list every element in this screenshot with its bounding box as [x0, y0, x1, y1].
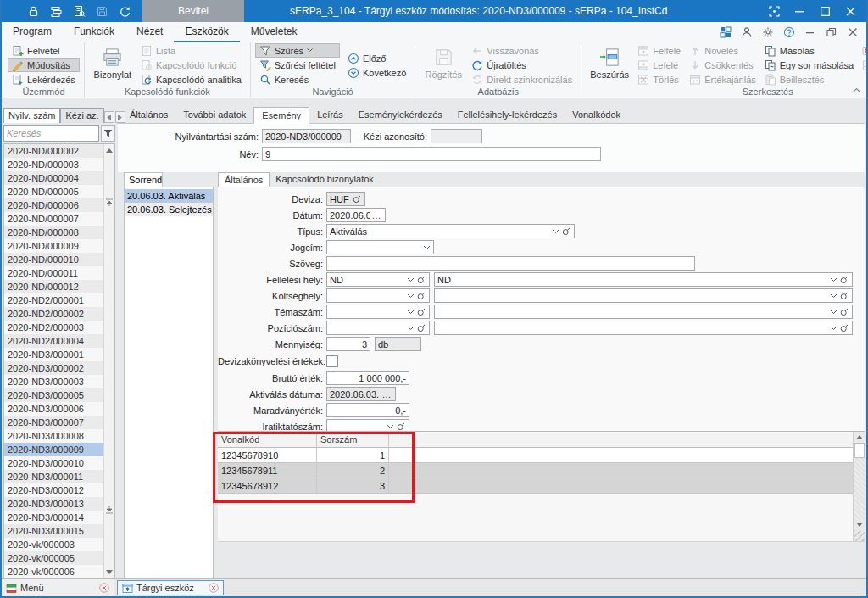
kovetkezo-button[interactable]: Következő: [343, 65, 410, 80]
koltseghely-code-combo[interactable]: [326, 288, 430, 303]
datum-field[interactable]: 2020.06.03.: [326, 208, 386, 222]
menu-item-muveletek[interactable]: Műveletek: [240, 22, 309, 42]
lookup-icon[interactable]: [416, 307, 426, 317]
close-button[interactable]: [837, 0, 863, 22]
maximize-button[interactable]: [812, 0, 837, 22]
mdi-minimize-icon[interactable]: [804, 26, 816, 38]
list-item[interactable]: 2020-ND3/000008: [4, 429, 103, 443]
detail-tab-altalanos[interactable]: Általános: [218, 172, 270, 187]
lookup-icon[interactable]: [416, 323, 426, 333]
sorszam-column-header[interactable]: Sorszám: [317, 432, 389, 447]
list-item[interactable]: 2020-ND/000002: [4, 144, 103, 158]
user-icon[interactable]: [741, 26, 753, 38]
masolas-button[interactable]: Másolás: [760, 43, 858, 58]
scroll-down-button[interactable]: [104, 566, 114, 578]
chevron-down-icon[interactable]: [407, 326, 415, 331]
list-item[interactable]: 2020-ND2/000002: [4, 307, 103, 321]
maradvanyertek-field[interactable]: 0,-: [326, 403, 409, 417]
search-filter-button[interactable]: [101, 125, 115, 142]
lekerdezes-button[interactable]: Lekérdezés: [8, 72, 80, 87]
temaszam-name-combo[interactable]: [434, 305, 853, 319]
list-item[interactable]: 2020-ND/000007: [4, 212, 103, 226]
menu-item-eszkozok[interactable]: Eszközök: [174, 22, 239, 42]
direkt-szinkronizalas-button[interactable]: Direkt szinkronizálás: [467, 72, 576, 87]
elozo-button[interactable]: Előző: [343, 51, 410, 65]
sorrend-tab[interactable]: Sorrend: [124, 172, 163, 187]
list-item[interactable]: 2020-ND/000010: [4, 253, 103, 266]
menu-item-funkciok[interactable]: Funkciók: [63, 22, 125, 42]
ellipsis-icon[interactable]: [370, 211, 382, 220]
torles-button[interactable]: Törlés: [633, 72, 685, 87]
jogcim-combo[interactable]: [326, 240, 434, 254]
list-item[interactable]: 2020-ND/000008: [4, 226, 103, 239]
list-item[interactable]: 2020-ND/000011: [4, 266, 103, 280]
document-preview-icon[interactable]: [73, 5, 86, 18]
beszuras-button[interactable]: Beszúrás: [586, 43, 633, 81]
koltseghely-name-combo[interactable]: [434, 288, 853, 303]
csoportos-torles-button[interactable]: Csoportos törlés: [858, 58, 868, 72]
list-item[interactable]: 2020-ND3/000010: [4, 456, 103, 470]
lookup-icon[interactable]: [839, 275, 849, 285]
list-item[interactable]: 2020-ND/000006: [4, 198, 103, 212]
mode-tab[interactable]: Bevitel: [142, 0, 244, 22]
list-item[interactable]: 2020-ND3/000002: [4, 361, 103, 375]
main-tab[interactable]: Eseménylekérdezés: [351, 107, 450, 123]
main-tab[interactable]: Általános: [122, 107, 175, 123]
menu-item-program[interactable]: Program: [2, 22, 63, 42]
ujratoltes-button[interactable]: Újratöltés: [467, 58, 576, 72]
szoveg-field[interactable]: [326, 256, 695, 271]
table-scroll-thumb[interactable]: [854, 443, 865, 458]
focus-icon[interactable]: [761, 0, 787, 22]
egy-sor-masolasa-button[interactable]: Egy sor másolása: [760, 58, 858, 72]
pozicioszam-code-combo[interactable]: [326, 321, 430, 335]
lookup-icon[interactable]: [839, 291, 849, 301]
list-item[interactable]: 2020-vk/000005: [4, 551, 103, 565]
chevron-down-icon[interactable]: [830, 277, 837, 282]
chevron-down-icon[interactable]: [407, 277, 415, 282]
table-row[interactable]: 12345678911 2: [218, 463, 853, 478]
scroll-jump-up-icon[interactable]: [104, 197, 114, 207]
empty-column-header[interactable]: [389, 432, 413, 447]
help-icon[interactable]: [783, 26, 795, 38]
tab-scroll-left-button[interactable]: [104, 111, 114, 123]
search-input[interactable]: [3, 125, 99, 142]
menu-item-nezet[interactable]: Nézet: [125, 22, 174, 42]
list-item[interactable]: 2020-ND3/000011: [4, 470, 103, 483]
table-scroll-down-button[interactable]: [854, 519, 865, 530]
taskbar-tab-targyi-eszkoz[interactable]: Tárgyi eszköz: [117, 580, 224, 595]
vonalkod-column-header[interactable]: Vonalkód: [218, 432, 317, 447]
lookup-icon[interactable]: [561, 226, 571, 237]
list-item[interactable]: 2020-ND3/000012: [4, 483, 103, 497]
list-item[interactable]: 2020-ND/000012: [4, 280, 103, 293]
nev-field[interactable]: 9: [262, 147, 601, 161]
felfele-button[interactable]: Felfelé: [633, 43, 685, 58]
event-list-item[interactable]: 20.06.03. Aktiválás: [125, 189, 213, 203]
mdi-close-icon[interactable]: [847, 26, 859, 38]
table-scrollbar[interactable]: [853, 432, 865, 541]
main-tab[interactable]: Fellelésihely-lekérdezés: [450, 107, 565, 123]
scroll-jump-down-icon[interactable]: [104, 505, 114, 515]
gear-icon[interactable]: [762, 26, 774, 38]
list-item[interactable]: 2020-ND3/000005: [4, 388, 103, 402]
list-item[interactable]: 2020-ND3/000009: [4, 443, 103, 456]
lookup-icon[interactable]: [416, 291, 426, 301]
list-item[interactable]: 2020-ND3/000001: [4, 348, 103, 361]
main-tab[interactable]: Esemény: [253, 107, 309, 124]
ellipsis-icon[interactable]: [381, 390, 392, 399]
lefele-button[interactable]: Lefelé: [633, 58, 685, 72]
scroll-up-button[interactable]: [104, 144, 114, 156]
brutto-ertek-field[interactable]: 1 000 000,-: [326, 371, 409, 385]
visszavonas-button[interactable]: Visszavonás: [467, 43, 576, 58]
layers-icon[interactable]: [50, 5, 63, 18]
list-item[interactable]: 2020-ND2/000004: [4, 334, 103, 348]
close-icon[interactable]: [209, 583, 219, 593]
main-tab[interactable]: További adatok: [175, 107, 253, 123]
kotelezo-mezok-button[interactable]: Kötelező mezők: [858, 43, 868, 58]
main-tab[interactable]: Leírás: [309, 107, 351, 123]
lista-button[interactable]: Lista: [136, 43, 246, 58]
detail-tab-kapcsolodo-bizonylatok[interactable]: Kapcsolódó bizonylatok: [270, 172, 380, 187]
list-item[interactable]: 2020-ND/000003: [4, 158, 103, 171]
modositas-button[interactable]: Módosítás: [8, 58, 80, 72]
resize-grip[interactable]: [854, 530, 865, 541]
chevron-down-icon[interactable]: [407, 293, 415, 299]
